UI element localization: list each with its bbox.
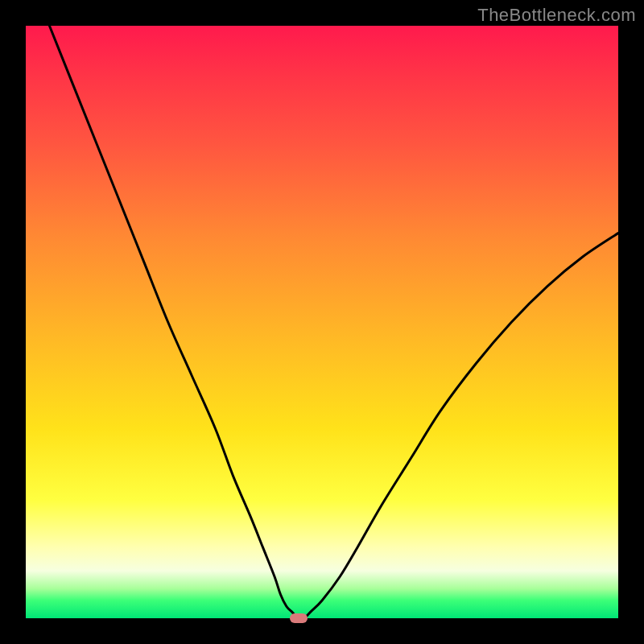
optimal-point-marker — [290, 613, 308, 623]
curve-svg — [26, 26, 618, 618]
chart-frame: TheBottleneck.com — [0, 0, 644, 644]
plot-area — [26, 26, 618, 618]
watermark-text: TheBottleneck.com — [477, 5, 636, 26]
bottleneck-curve — [49, 26, 618, 618]
